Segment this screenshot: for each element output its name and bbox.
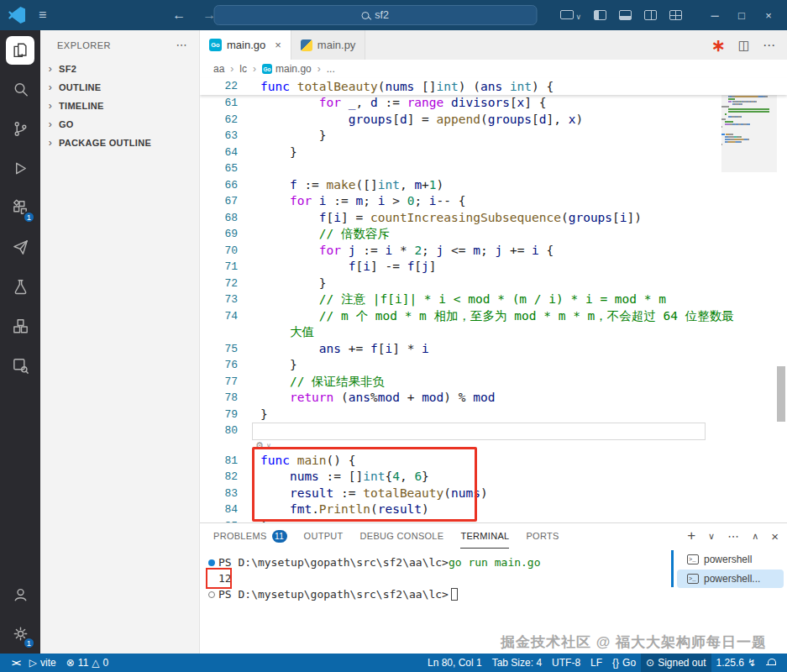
code-text[interactable]: result := totalBeauty(nums) (252, 486, 488, 502)
breadcrumb-item[interactable]: lc (239, 63, 247, 75)
command-center-search[interactable]: sf2 (213, 5, 537, 25)
terminal-instance-label: powershell... (704, 573, 760, 585)
breadcrumb-item[interactable]: aa (213, 63, 224, 75)
close-button[interactable]: × (755, 0, 782, 30)
sidebar-section-go[interactable]: ›GO (40, 115, 199, 134)
activity-item-send[interactable] (0, 228, 40, 267)
close-panel-icon[interactable]: × (771, 529, 779, 543)
terminal-instance-item[interactable]: >_powershell... (677, 570, 784, 588)
back-icon[interactable]: ← (172, 8, 186, 23)
panel-more-actions-icon[interactable]: ⋯ (727, 529, 739, 543)
menu-icon[interactable]: ≡ (39, 8, 46, 23)
terminal-icon: >_ (687, 554, 699, 564)
code-text[interactable]: f[i] = countIncreasingSubsequence(groups… (252, 210, 642, 227)
close-tab-icon[interactable]: × (275, 39, 281, 51)
code-text[interactable]: for i := m; i > 0; i-- { (252, 193, 466, 210)
panel-tab-debug-console[interactable]: DEBUG CONSOLE (360, 523, 444, 549)
panel-tab-problems[interactable]: PROBLEMS11 (213, 523, 287, 549)
maximize-panel-icon[interactable]: ∧ (752, 531, 758, 542)
code-text[interactable]: groups[d] = append(groups[d], x) (252, 112, 583, 129)
tab-main.py[interactable]: main.py (291, 30, 366, 60)
status-version[interactable]: 1.25.6↯ (711, 654, 761, 672)
panel-tab-output[interactable]: OUTPUT (304, 523, 344, 549)
chevron-right-icon: › (45, 137, 55, 149)
activity-item-run-debug[interactable] (0, 149, 40, 188)
toggle-secondary-sidebar-icon[interactable] (644, 10, 657, 20)
minimize-button[interactable]: ─ (701, 0, 728, 30)
activity-item-flask[interactable] (0, 267, 40, 307)
code-text[interactable]: } (252, 357, 297, 374)
terminal-list-scrollbar[interactable] (671, 550, 674, 587)
code-token: } (260, 407, 268, 421)
editor-scrollbar[interactable] (777, 366, 785, 422)
status-vite[interactable]: ▷vite (24, 654, 61, 672)
code-text[interactable]: for _, d := range divisors[x] { (252, 95, 547, 112)
activity-item-containers[interactable] (0, 307, 40, 346)
code-text[interactable] (252, 423, 260, 439)
code-token (260, 502, 290, 516)
code-area[interactable]: 61 for _, d := range divisors[x] {62 gro… (200, 95, 787, 522)
code-text[interactable]: } (252, 144, 297, 161)
breadcrumb-item[interactable]: Gomain.go (262, 63, 312, 75)
activity-item-search[interactable] (0, 70, 40, 109)
status-indentation[interactable]: Tab Size: 4 (487, 654, 547, 672)
code-text[interactable]: nums := []int{4, 6} (252, 469, 429, 486)
sidebar-section-timeline[interactable]: ›TIMELINE (40, 97, 199, 115)
run-code-icon[interactable]: ∗ (711, 37, 726, 54)
command-decoration[interactable] (205, 591, 218, 598)
code-text[interactable]: } (252, 276, 327, 292)
activity-item-extensions[interactable]: 1 (0, 188, 40, 228)
status-cursor-position[interactable]: Ln 80, Col 1 (422, 654, 487, 672)
activity-item-settings[interactable]: 1 (0, 614, 40, 654)
terminal-instance-item[interactable]: >_powershell (677, 550, 784, 569)
launch-profile-icon[interactable]: ∨ (560, 8, 581, 23)
activity-item-code-search[interactable] (0, 346, 40, 386)
activity-item-source-control[interactable] (0, 109, 40, 149)
code-text[interactable]: f := make([]int, m+1) (252, 177, 443, 194)
code-text[interactable]: for j := i * 2; j <= m; j += i { (252, 243, 554, 260)
explorer-actions-icon[interactable]: ⋯ (176, 39, 188, 51)
status-eol[interactable]: LF (585, 654, 607, 672)
new-terminal-icon[interactable]: + (687, 528, 695, 544)
tab-main.go[interactable]: Gomain.go× (200, 30, 291, 60)
status-problems[interactable]: ⊗11△0 (61, 654, 113, 672)
code-text[interactable]: 大值 (252, 324, 314, 341)
panel-tab-ports[interactable]: PORTS (526, 523, 559, 549)
panel-tab-terminal[interactable]: TERMINAL (460, 523, 509, 549)
sidebar-section-package-outline[interactable]: ›PACKAGE OUTLINE (40, 134, 199, 152)
terminal-profile-chevron-icon[interactable]: ∨ (708, 531, 715, 542)
editor-actions-icon[interactable]: ⋯ (763, 38, 775, 53)
customize-layout-icon[interactable] (669, 10, 682, 20)
breadcrumb-item[interactable]: ... (327, 63, 335, 75)
status-encoding[interactable]: UTF-8 (547, 654, 585, 672)
activity-item-explorer[interactable] (0, 30, 40, 70)
sidebar-section-sf2[interactable]: ›SF2 (40, 60, 199, 78)
code-text[interactable]: return (ans%mod + mod) % mod (252, 390, 495, 407)
activity-item-account[interactable] (0, 575, 40, 614)
code-text[interactable]: // 倍数容斥 (252, 226, 390, 243)
code-action-gear-icon[interactable]: ⚙ (255, 440, 264, 451)
command-decoration[interactable] (205, 559, 218, 566)
code-text[interactable]: func main() { (252, 453, 356, 470)
code-text[interactable]: } (252, 128, 327, 144)
status-language-mode[interactable]: {}Go (607, 654, 641, 672)
status-signed-out[interactable]: ⊙Signed out (641, 654, 711, 672)
sidebar-section-outline[interactable]: ›OUTLINE (40, 78, 199, 97)
toggle-panel-icon[interactable] (619, 10, 632, 20)
toggle-sidebar-icon[interactable] (594, 10, 606, 20)
status-remote-indicator[interactable]: >< (7, 654, 24, 672)
split-editor-icon[interactable]: ◫ (738, 38, 750, 53)
sticky-scroll-line[interactable]: 22 func totalBeauty(nums []int) (ans int… (200, 78, 787, 95)
maximize-button[interactable]: □ (728, 0, 755, 30)
code-text[interactable]: } (252, 407, 268, 423)
code-text[interactable] (252, 160, 260, 177)
code-text[interactable]: // 注意 |f[i]| * i < mod * (m / i) * i = m… (252, 291, 666, 308)
code-text[interactable]: // m 个 mod * m 相加，至多为 mod * m * m，不会超过 6… (252, 308, 734, 325)
code-text[interactable]: fmt.Println(result) (252, 501, 429, 518)
code-token (260, 211, 319, 224)
code-text[interactable]: // 保证结果非负 (252, 374, 385, 391)
status-notifications[interactable] (761, 654, 780, 672)
code-text[interactable]: ans += f[i] * i (252, 341, 429, 358)
code-text[interactable]: f[i] -= f[j] (252, 259, 437, 276)
minimap[interactable] (721, 78, 777, 263)
